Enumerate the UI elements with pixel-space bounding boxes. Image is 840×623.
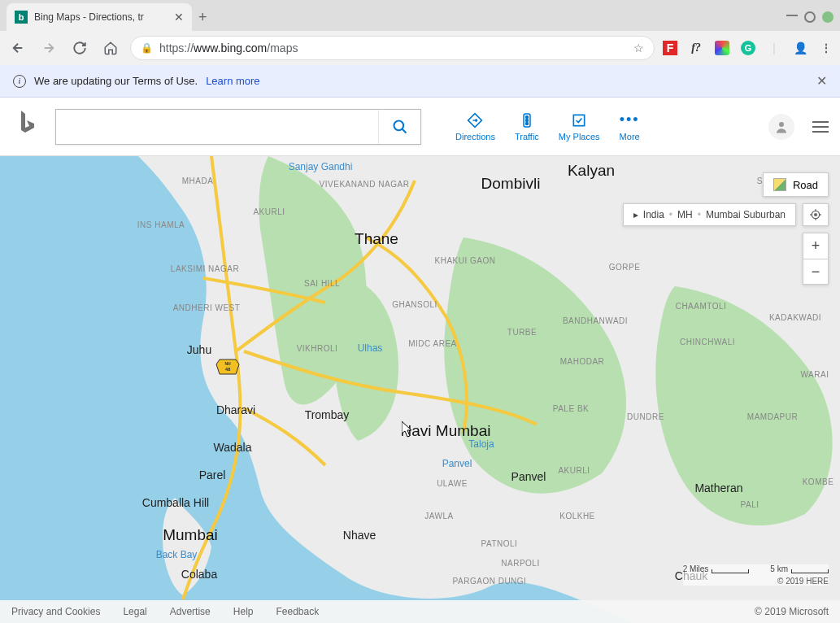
map-label: KOMBE [803,477,834,486]
map-controls-top-right: Road ▸ India • MH • Mumbai Suburban + − [623,172,829,285]
maximize-icon[interactable] [804,11,816,23]
footer-help-link[interactable]: Help [233,606,254,617]
close-tab-icon[interactable]: ✕ [174,11,184,24]
map-attribution: 2 Miles 5 km © 2019 HERE [683,564,829,586]
footer-legal-link[interactable]: Legal [123,606,146,617]
extension-icons: F f? G | 👤 ⋮ [663,41,833,55]
minimize-icon[interactable] [786,11,798,16]
svg-point-11 [815,214,817,216]
map-label: KHAKUI GAON [435,256,496,265]
zoom-in-button[interactable]: + [803,233,829,259]
home-button[interactable] [99,37,122,59]
map-label: KOLKHE [559,512,595,521]
hamburger-menu[interactable] [812,121,829,133]
map-label: SAI HILL [304,279,340,288]
map-label: Colaba [181,568,217,581]
font-ext-icon[interactable]: f? [689,41,703,55]
map-label: INS HAMLA [137,220,185,229]
map-label: Panvel [442,458,472,469]
svg-point-2 [525,115,528,118]
map-label: Trombay [305,408,350,421]
map-label: DUNDRE [627,412,664,421]
map-label: KADAKWADI [769,313,821,322]
map-label: PARGAON DUNGI [453,577,527,586]
bing-header: Directions Traffic My Places ••• More [0,98,840,156]
grammarly-ext-icon[interactable]: G [741,41,755,55]
close-window-icon[interactable] [822,11,833,23]
favicon-icon: b [15,11,28,24]
banner-learn-more-link[interactable]: Learn more [206,75,259,87]
map-style-button[interactable]: Road [763,172,829,197]
locate-me-button[interactable] [803,203,829,226]
map-label: NARPOLI [501,559,539,568]
map-label: WARAI [801,370,829,379]
color-ext-icon[interactable] [715,41,729,55]
info-banner: i We are updating our Terms of Use. Lear… [0,65,840,98]
map-label: Thane [355,230,398,248]
map-label: Ulhas [358,342,383,354]
browser-menu-icon[interactable]: ⋮ [819,41,833,55]
traffic-icon [519,112,535,129]
banner-close-icon[interactable]: ✕ [816,73,827,89]
map-label: AKURLI [558,466,590,475]
footer-feedback-link[interactable]: Feedback [276,606,319,617]
toolbar-traffic[interactable]: Traffic [508,109,546,145]
svg-rect-5 [574,115,585,125]
map-label: JAWLA [424,512,453,521]
map-label: AKURLI [253,207,285,216]
tab-title: Bing Maps - Directions, tr [34,11,168,23]
map-label: VIKHROLI [297,344,338,353]
back-button[interactable] [7,37,29,59]
svg-text:NH: NH [224,361,231,366]
svg-point-6 [779,122,784,127]
map-label: PALE BK [553,404,589,413]
toolbar-directions[interactable]: Directions [449,109,502,145]
map-label: ANDHERI WEST [173,303,241,312]
svg-point-0 [394,120,403,130]
map-label: LAKSIMI NAGAR [171,264,239,273]
profile-avatar-icon[interactable]: 👤 [793,41,807,55]
zoom-controls: + − [803,233,829,285]
map-label: Mumbai [163,526,218,544]
map-label: PALI [741,500,759,509]
map-label: Sanjay Gandhi [289,161,353,172]
profile-button[interactable] [768,114,794,140]
browser-chrome: b Bing Maps - Directions, tr ✕ + 🔒 https… [0,0,840,65]
bing-logo-icon[interactable] [16,109,39,144]
search-input[interactable] [56,110,378,144]
flipboard-ext-icon[interactable]: F [663,41,677,55]
map-label: Taloja [468,438,494,450]
bookmark-star-icon[interactable]: ☆ [633,41,644,54]
browser-tab[interactable]: b Bing Maps - Directions, tr ✕ [7,3,192,31]
info-icon: i [13,75,26,88]
map-label: MAMDAPUR [747,412,798,421]
map-label: ULAWE [437,479,468,488]
map-canvas[interactable]: NH 48 MumbaiNavi MumbaiThaneKalyanDombiv… [0,156,840,623]
lock-icon: 🔒 [141,42,153,54]
forward-button[interactable] [37,37,60,59]
map-label: Back Bay [156,549,198,560]
search-button[interactable] [378,110,420,144]
map-label: Wadala [214,441,252,454]
footer-copyright: © 2019 Microsoft [755,606,829,617]
map-label: Dombivli [481,175,541,193]
svg-point-3 [525,119,528,121]
toolbar-more[interactable]: ••• More [613,109,646,145]
data-attribution: © 2019 HERE [683,577,829,586]
zoom-out-button[interactable]: − [803,259,829,285]
reload-button[interactable] [68,37,91,59]
footer-privacy-link[interactable]: Privacy and Cookies [11,606,100,617]
new-tab-button[interactable]: + [198,9,207,31]
url-input[interactable]: 🔒 https://www.bing.com/maps ☆ [130,36,655,60]
search-box [55,109,421,145]
toolbar-myplaces[interactable]: My Places [552,109,607,145]
toolbar: Directions Traffic My Places ••• More [449,109,646,145]
myplaces-icon [571,112,587,129]
directions-icon [467,112,483,129]
scale-miles: 2 Miles [683,564,750,573]
map-label: Panvel [511,470,546,483]
map-label: PATNOLI [481,539,518,548]
banner-text: We are updating our Terms of Use. [34,75,198,87]
footer-advertise-link[interactable]: Advertise [170,606,211,617]
location-breadcrumb[interactable]: ▸ India • MH • Mumbai Suburban [623,203,796,226]
